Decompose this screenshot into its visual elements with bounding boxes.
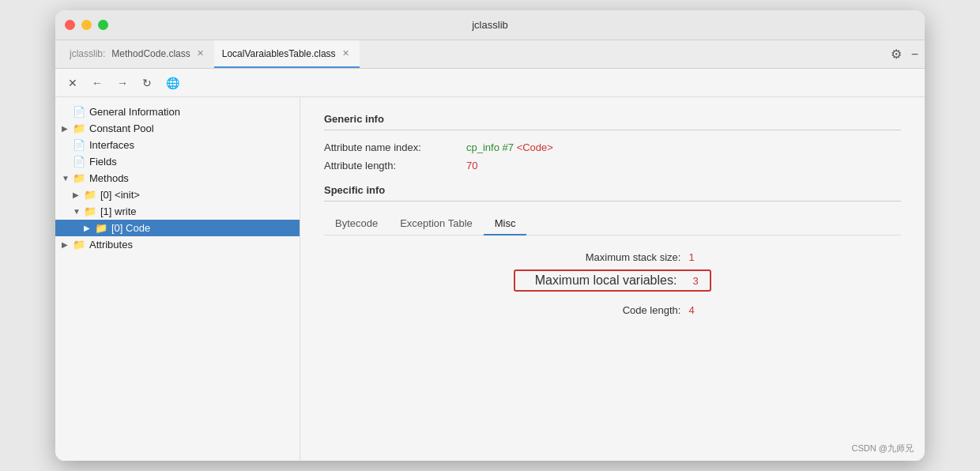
label-write: [1] write [100,205,137,217]
sidebar-item-constantpool[interactable]: ▶ 📁 Constant Pool [55,120,300,137]
watermark: CSDN @九师兄 [852,443,914,454]
arrow-init: ▶ [73,190,84,199]
close-button[interactable] [65,20,75,30]
sidebar-item-fields[interactable]: 📄 Fields [55,153,300,170]
attribute-name-value-green: cp_info #7 [466,141,514,153]
attribute-length-value: 70 [466,160,477,171]
arrow-attributes: ▶ [62,240,73,249]
titlebar: jclasslib [55,10,925,40]
misc-content: Maximum stack size: 1 Maximum local vari… [324,251,901,316]
generic-info-title: Generic info [324,113,901,125]
toolbar: ✕ ← → ↻ 🌐 [55,69,925,97]
label-fields: Fields [89,156,117,168]
attribute-name-label: Attribute name index: [324,141,466,153]
max-locals-wrapper: Maximum local variables: 3 [324,269,901,298]
specific-info-title: Specific info [324,184,901,196]
sidebar-item-write[interactable]: ▼ 📁 [1] write [55,203,300,220]
icon-init: 📁 [84,189,96,201]
attribute-name-row: Attribute name index: cp_info #7 <Code> [324,141,901,153]
tab-exception-table[interactable]: Exception Table [389,213,484,236]
back-button[interactable]: ← [87,73,107,92]
main-content: 📄 General Information ▶ 📁 Constant Pool … [55,97,925,461]
tab-label-2: LocalVaraiablesTable.class [222,48,336,59]
label-init: [0] <init> [100,189,140,201]
icon-fields: 📄 [73,156,85,168]
label-methods: Methods [89,172,129,184]
icon-general: 📄 [73,106,85,118]
max-stack-row: Maximum stack size: 1 [324,251,901,263]
code-length-value: 4 [688,304,694,316]
attribute-name-value-red: <Code> [517,141,553,153]
forward-button[interactable]: → [112,73,133,92]
tab-bytecode[interactable]: Bytecode [324,213,389,236]
tab-localvariables[interactable]: LocalVaraiablesTable.class ✕ [214,40,360,68]
label-constantpool: Constant Pool [89,122,154,134]
tab-methodcode[interactable]: jclasslib: MethodCode.class ✕ [62,40,214,68]
code-length-label: Code length: [530,304,688,316]
window-controls[interactable] [65,20,108,30]
tab-close-1[interactable]: ✕ [195,48,206,59]
icon-code: 📁 [95,222,107,234]
arrow-code: ▶ [84,224,95,232]
attribute-length-label: Attribute length: [324,160,466,171]
tab-label-1: MethodCode.class [111,48,190,59]
globe-button[interactable]: 🌐 [161,73,184,92]
tabs-bar: jclasslib: MethodCode.class ✕ LocalVarai… [55,40,925,69]
detail-panel: Generic info Attribute name index: cp_in… [300,97,925,461]
arrow-write: ▼ [73,207,84,216]
sidebar-item-interfaces[interactable]: 📄 Interfaces [55,137,300,153]
arrow-constantpool: ▶ [62,124,73,133]
sidebar-item-code[interactable]: ▶ 📁 [0] Code [55,220,300,236]
sidebar: 📄 General Information ▶ 📁 Constant Pool … [55,97,300,461]
max-locals-value: 3 [684,275,698,287]
icon-write: 📁 [84,205,96,217]
settings-area: ⚙ − [891,47,918,62]
tab-prefix-1: jclasslib: [70,48,105,59]
minimize-button[interactable] [81,20,92,30]
max-stack-label: Maximum stack size: [530,251,688,263]
label-interfaces: Interfaces [89,139,134,151]
arrow-methods: ▼ [62,174,73,183]
sidebar-item-init[interactable]: ▶ 📁 [0] <init> [55,187,300,203]
icon-constantpool: 📁 [73,122,85,134]
icon-interfaces: 📄 [73,139,85,151]
tab-close-2[interactable]: ✕ [341,48,352,59]
sidebar-item-general[interactable]: 📄 General Information [55,104,300,120]
minus-icon[interactable]: − [911,47,918,62]
close-nav-button[interactable]: ✕ [63,73,82,92]
label-general: General Information [89,106,180,118]
max-stack-value: 1 [688,251,694,263]
icon-methods: 📁 [73,172,85,184]
sidebar-item-methods[interactable]: ▼ 📁 Methods [55,170,300,187]
specific-divider [324,201,901,202]
sidebar-item-attributes[interactable]: ▶ 📁 Attributes [55,236,300,253]
label-code: [0] Code [111,222,150,234]
settings-icon[interactable]: ⚙ [891,47,902,62]
maximize-button[interactable] [98,20,108,30]
refresh-button[interactable]: ↻ [138,73,156,92]
inner-tabs: Bytecode Exception Table Misc [324,213,901,236]
attribute-length-row: Attribute length: 70 [324,160,901,171]
max-locals-label: Maximum local variables: [526,273,684,288]
code-length-row: Code length: 4 [324,304,901,316]
label-attributes: Attributes [89,239,133,251]
generic-divider [324,130,901,130]
window-title: jclasslib [472,19,508,31]
max-locals-highlight: Maximum local variables: 3 [514,269,710,292]
icon-attributes: 📁 [73,239,85,251]
tab-misc[interactable]: Misc [484,213,527,236]
